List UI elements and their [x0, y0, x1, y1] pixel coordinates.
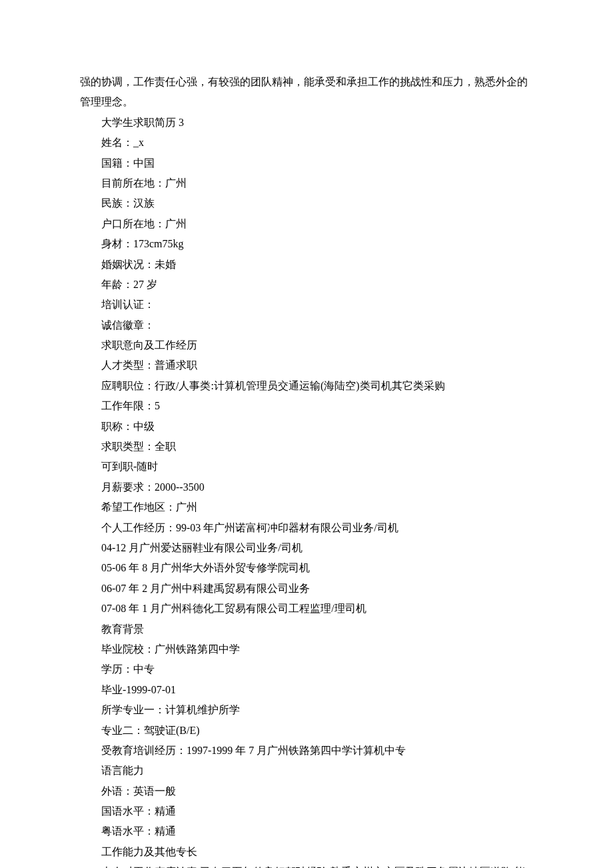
text-line: 年龄：27 岁: [80, 275, 533, 295]
text-line: 应聘职位：行政/人事类:计算机管理员交通运输(海陆空)类司机其它类采购: [80, 376, 533, 396]
text-line: 强的协调，工作责任心强，有较强的团队精神，能承受和承担工作的挑战性和压力，熟悉外…: [80, 72, 533, 113]
text-line: 求职类型：全职: [80, 437, 533, 457]
text-line: 大学生求职简历 3: [80, 113, 533, 133]
text-line: 诚信徽章：: [80, 315, 533, 335]
text-line: 语言能力: [80, 761, 533, 781]
document-page: 强的协调，工作责任心强，有较强的团队精神，能承受和承担工作的挑战性和压力，熟悉外…: [0, 0, 613, 868]
text-line: 身材：173cm75kg: [80, 234, 533, 254]
text-line: 工作年限：5: [80, 396, 533, 416]
text-line: 户口所在地：广州: [80, 214, 533, 234]
text-line: 培训认证：: [80, 295, 533, 315]
text-line: 04-12 月广州爱达丽鞋业有限公司业务/司机: [80, 538, 533, 558]
text-line: 本人对工作态度认真,已有了五年的良好驾驶经验,熟悉广州市市区及珠三角周边地区道路…: [80, 862, 533, 868]
text-line: 06-07 年 2 月广州中科建禹贸易有限公司业务: [80, 579, 533, 599]
text-line: 民族：汉族: [80, 193, 533, 213]
text-line: 求职意向及工作经历: [80, 335, 533, 355]
text-line: 国籍：中国: [80, 153, 533, 173]
text-line: 目前所在地：广州: [80, 173, 533, 193]
text-line: 专业二：驾驶证(B/E): [80, 721, 533, 741]
text-line: 婚姻状况：未婚: [80, 255, 533, 275]
text-line: 05-06 年 8 月广州华大外语外贸专修学院司机: [80, 558, 533, 578]
text-line: 毕业院校：广州铁路第四中学: [80, 639, 533, 659]
text-line: 粤语水平：精通: [80, 821, 533, 841]
text-line: 人才类型：普通求职: [80, 355, 533, 375]
text-line: 外语：英语一般: [80, 781, 533, 801]
text-line: 教育背景: [80, 619, 533, 639]
text-line: 个人工作经历：99-03 年广州诺富柯冲印器材有限公司业务/司机: [80, 518, 533, 538]
text-line: 月薪要求：2000--3500: [80, 477, 533, 497]
text-line: 所学专业一：计算机维护所学: [80, 700, 533, 720]
text-line: 毕业-1999-07-01: [80, 680, 533, 700]
document-content: 强的协调，工作责任心强，有较强的团队精神，能承受和承担工作的挑战性和压力，熟悉外…: [80, 72, 533, 868]
text-line: 07-08 年 1 月广州科德化工贸易有限公司工程监理/理司机: [80, 599, 533, 619]
text-line: 学历：中专: [80, 659, 533, 679]
text-line: 国语水平：精通: [80, 801, 533, 821]
text-line: 姓名：_x: [80, 133, 533, 153]
text-line: 职称：中级: [80, 417, 533, 437]
text-line: 工作能力及其他专长: [80, 842, 533, 862]
text-line: 可到职-随时: [80, 457, 533, 477]
text-line: 受教育培训经历：1997-1999 年 7 月广州铁路第四中学计算机中专: [80, 741, 533, 761]
text-line: 希望工作地区：广州: [80, 497, 533, 517]
